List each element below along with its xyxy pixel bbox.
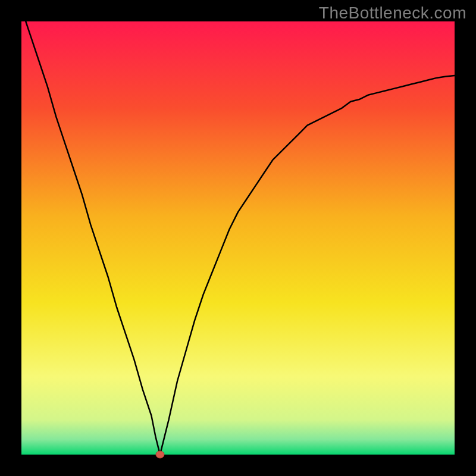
chart-canvas [0,0,476,476]
optimal-point-marker [156,451,164,458]
chart-container: TheBottleneck.com [0,0,476,476]
watermark-text: TheBottleneck.com [319,4,466,23]
chart-plot-area [21,21,455,455]
